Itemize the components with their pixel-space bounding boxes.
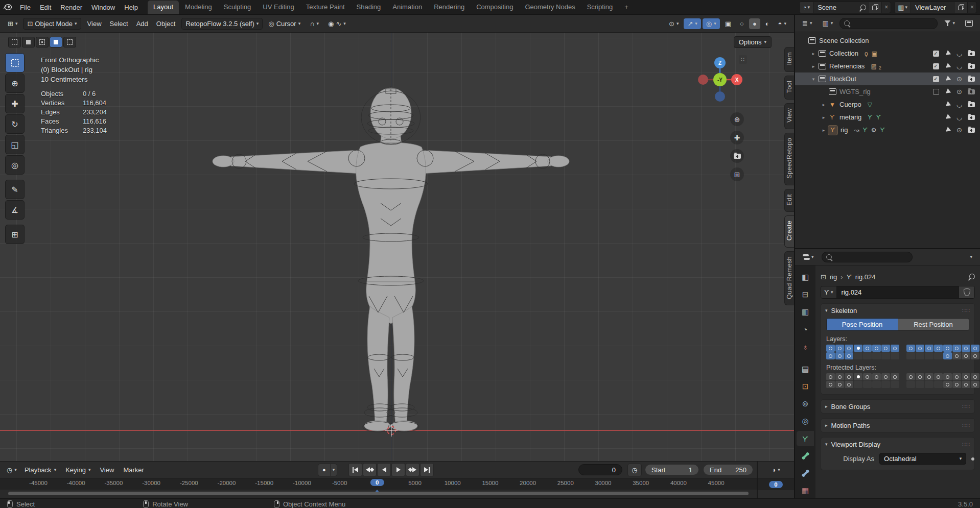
panel-grip-icon[interactable]: ∷∷ [962, 307, 970, 314]
sidebar-tab-create[interactable]: Create [784, 215, 794, 247]
timeline-menu-playback[interactable]: Playback▾ [20, 465, 60, 475]
navigation-gizmo[interactable]: Z X -Y [696, 56, 743, 103]
properties-tab-output[interactable]: ⊟ [797, 287, 814, 302]
layer-cell[interactable] [826, 373, 835, 380]
datablock-browse-button[interactable]: ϒ▾ [821, 286, 837, 298]
ruler-tick[interactable]: -35000 [104, 480, 123, 486]
properties-editor-type-button[interactable]: ▾ [799, 253, 818, 261]
camera-view-button[interactable] [730, 149, 744, 163]
layer-cell[interactable] [962, 345, 970, 352]
timeline-editor-type-button[interactable]: ◷▾ [3, 465, 20, 475]
tool-move[interactable]: ✚ [5, 94, 25, 113]
layer-cell[interactable] [952, 345, 961, 352]
panel-grip-icon[interactable]: ∷∷ [962, 422, 970, 429]
pivot-dropdown[interactable]: ◎Cursor▾ [265, 18, 304, 29]
properties-tab-bone-constraints[interactable] [797, 466, 814, 481]
workspace-tab-compositing[interactable]: Compositing [471, 1, 519, 14]
layer-cell[interactable] [863, 352, 872, 359]
layer-cell[interactable] [906, 345, 915, 352]
keying-settings-dropdown[interactable]: ▾ [330, 464, 337, 476]
pose-position-button[interactable]: Pose Position [827, 319, 898, 330]
panel-grip-icon[interactable]: ∷∷ [962, 403, 970, 410]
remove-viewlayer-button[interactable]: × [968, 4, 976, 11]
expand-toggle-icon[interactable]: ▸ [809, 51, 818, 56]
layer-cell[interactable] [891, 352, 899, 359]
layer-cell[interactable] [826, 381, 835, 388]
toggle-pointer[interactable] [942, 64, 953, 69]
toggle-camera-x[interactable] [965, 89, 977, 94]
outliner-row-blockout[interactable]: ▾BlockOut✓⊙ [795, 72, 980, 85]
zoom-button[interactable]: ⊕ [730, 112, 744, 126]
shading-solid-button[interactable]: ● [749, 18, 760, 29]
layer-cell[interactable] [872, 381, 881, 388]
viewport-menu-add[interactable]: Add [132, 18, 152, 29]
play-reverse-button[interactable] [377, 463, 391, 476]
select-mode-invert[interactable] [50, 37, 62, 47]
workspace-tab-layout[interactable]: Layout [148, 1, 179, 14]
current-frame-indicator[interactable]: 0 [370, 479, 384, 486]
outliner-row-collection[interactable]: ▸Collectionϙ▣✓◡ [795, 47, 980, 60]
gizmos-toggle[interactable]: ↗▾ [684, 18, 701, 29]
layer-cell[interactable] [881, 373, 890, 380]
jump-to-end-button[interactable] [420, 463, 434, 476]
layer-cell[interactable] [925, 381, 934, 388]
layer-cell[interactable] [881, 381, 890, 388]
pin-id-button[interactable] [969, 273, 975, 281]
ruler-tick[interactable]: -25000 [180, 480, 198, 486]
toggle-eye-open[interactable]: ⊙ [953, 75, 965, 83]
toggle-uncheck[interactable] [930, 89, 942, 95]
select-mode-intersect[interactable] [63, 37, 76, 47]
mode-dropdown[interactable]: ⊡Object Mode▾ [23, 18, 81, 30]
layer-cell[interactable] [826, 345, 835, 352]
tool-transform[interactable]: ◎ [5, 155, 25, 175]
editor-type-button[interactable]: ⊞▾ [4, 18, 21, 29]
outliner-row-referencias[interactable]: ▸Referencias▨2✓◡ [795, 60, 980, 72]
viewport-display-header[interactable]: ▾ Viewport Display ∷∷ [821, 438, 974, 451]
outliner-display-mode-dropdown[interactable]: ▥▾ [819, 18, 836, 29]
viewport-menu-object[interactable]: Object [152, 18, 180, 29]
layer-cell[interactable] [971, 381, 979, 388]
toggle-check[interactable]: ✓ [930, 63, 942, 69]
layer-cell[interactable] [943, 373, 952, 380]
display-as-dropdown[interactable]: Octahedral▾ [879, 453, 966, 465]
layer-cell[interactable] [934, 345, 943, 352]
layer-cell[interactable] [863, 373, 872, 380]
layer-cell[interactable] [863, 381, 872, 388]
layer-cell[interactable] [934, 373, 943, 380]
properties-tab-object-constraints[interactable]: ◎ [797, 414, 814, 429]
animate-property-dot[interactable] [971, 457, 974, 461]
toggle-pointer[interactable] [942, 102, 953, 107]
expand-toggle-icon[interactable]: ▸ [820, 128, 828, 133]
sidebar-tab-view[interactable]: View [784, 103, 794, 129]
menu-help[interactable]: Help [120, 4, 143, 11]
current-frame-field[interactable]: 0 [578, 464, 622, 475]
layer-cell[interactable] [891, 381, 899, 388]
properties-search-input[interactable] [822, 252, 913, 262]
overlays-toggle[interactable]: ◎▾ [703, 18, 720, 29]
breadcrumb-data[interactable]: rig.024 [855, 273, 876, 281]
outliner-row-wgts_rig[interactable]: WGTS_rig⊙ [795, 85, 980, 98]
layer-cell[interactable] [881, 352, 890, 359]
timeline-menu-view[interactable]: View [96, 465, 118, 475]
snap-toggle[interactable]: ∩▾ [306, 18, 322, 29]
toggle-eye-closed[interactable]: ◡ [953, 113, 965, 121]
sidebar-tab-quad-remesh[interactable]: Quad Remesh [784, 251, 794, 306]
toggle-eye-open[interactable]: ⊙ [953, 88, 965, 95]
menu-edit[interactable]: Edit [35, 4, 56, 11]
toggle-camera[interactable] [965, 102, 977, 107]
expand-toggle-icon[interactable]: ▸ [809, 64, 818, 69]
layer-cell[interactable] [916, 373, 924, 380]
select-mode-extend[interactable] [22, 37, 35, 47]
auto-keyframe-button[interactable]: ◷ [627, 464, 642, 476]
layer-cell[interactable] [835, 373, 844, 380]
layer-cell[interactable] [906, 352, 915, 359]
new-scene-button[interactable] [869, 2, 882, 13]
tool-annotate[interactable]: ✎ [5, 180, 25, 199]
workspace-tab-modeling[interactable]: Modeling [179, 1, 218, 14]
ruler-tick[interactable]: -15000 [255, 480, 273, 486]
layer-cell[interactable] [916, 352, 924, 359]
properties-options-dropdown[interactable]: ▾ [966, 253, 976, 261]
properties-tab-object-data[interactable]: ϒ [797, 431, 814, 446]
toggle-camera[interactable] [965, 115, 977, 120]
layer-cell[interactable] [854, 345, 862, 352]
